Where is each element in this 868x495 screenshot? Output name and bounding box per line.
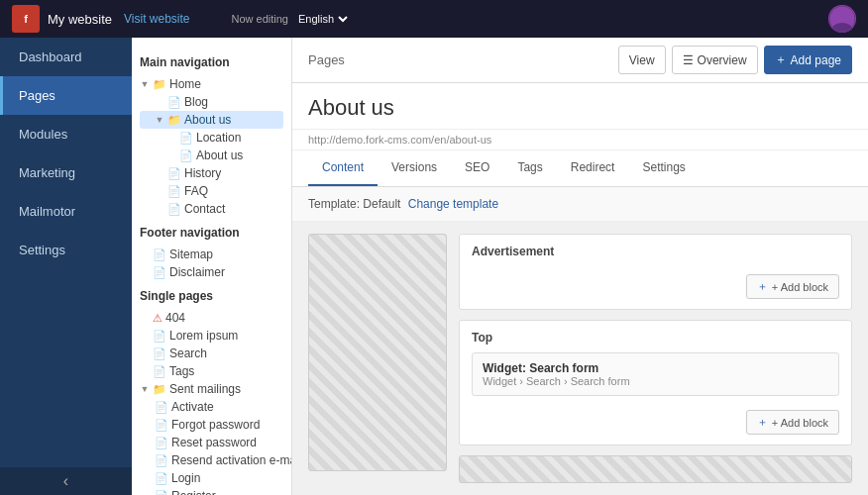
add-block-button-2[interactable]: ＋ + Add block xyxy=(746,410,839,435)
sidebar-item-marketing[interactable]: Marketing xyxy=(0,153,132,192)
folder-icon: 📁 xyxy=(153,78,166,91)
widget-path: Widget › Search › Search form xyxy=(483,375,828,387)
add-page-button[interactable]: ＋ Add page xyxy=(764,46,852,74)
page-icon: 📄 xyxy=(155,454,168,467)
tree-item-contact[interactable]: 📄 Contact xyxy=(140,200,283,218)
page-edit: http://demo.fork-cms.com/en/about-us Con… xyxy=(292,83,868,495)
tree-panel: Main navigation ▼ 📁 Home 📄 Blog ▼ 📁 Abou… xyxy=(132,38,292,495)
tree-label: About us xyxy=(196,148,243,162)
tree-label: History xyxy=(184,166,221,180)
tree-item-register[interactable]: 📄 Register xyxy=(140,487,283,495)
tree-item-location[interactable]: 📄 Location xyxy=(140,129,283,147)
sidebar-item-modules[interactable]: Modules xyxy=(0,115,132,153)
tree-item-forgot-password[interactable]: 📄 Forgot password xyxy=(140,416,283,434)
page-title-bar xyxy=(292,83,868,130)
view-button[interactable]: View xyxy=(618,46,666,74)
page-icon: 📄 xyxy=(155,437,168,449)
page-icon: 📄 xyxy=(179,132,193,145)
tab-settings[interactable]: Settings xyxy=(628,150,699,186)
add-block-button-1[interactable]: ＋ + Add block xyxy=(746,274,839,299)
tree-item-history[interactable]: 📄 History xyxy=(140,164,283,182)
tree-item-login[interactable]: 📄 Login xyxy=(140,469,283,487)
tree-item-disclaimer[interactable]: 📄 Disclaimer xyxy=(140,263,283,281)
tree-item-activate[interactable]: 📄 Activate xyxy=(140,398,283,416)
single-pages-title: Single pages xyxy=(140,289,283,303)
tree-item-tags[interactable]: 📄 Tags xyxy=(140,362,283,380)
tree-item-lorem-ipsum[interactable]: 📄 Lorem ipsum xyxy=(140,327,283,345)
topbar: f My website Visit website Now editing E… xyxy=(0,0,868,38)
page-icon: 📄 xyxy=(155,490,168,496)
visit-website-link[interactable]: Visit website xyxy=(124,12,189,26)
sidebar-item-dashboard[interactable]: Dashboard xyxy=(0,38,132,76)
content-area: Pages View ☰ Overview ＋ Add page http://… xyxy=(292,38,868,495)
tree-label: About us xyxy=(184,113,231,127)
footer-nav-title: Footer navigation xyxy=(140,226,283,240)
sidebar-item-settings[interactable]: Settings xyxy=(0,231,132,269)
left-column xyxy=(308,234,447,483)
tree-label: Resend activation e-mail xyxy=(171,453,292,467)
page-title-input[interactable] xyxy=(308,95,852,121)
tree-item-sitemap[interactable]: 📄 Sitemap xyxy=(140,246,283,263)
tree-label: 404 xyxy=(165,311,185,325)
tree-item-reset-password[interactable]: 📄 Reset password xyxy=(140,434,283,451)
nav-collapse-toggle[interactable]: ‹ xyxy=(0,467,132,495)
tree-item-blog[interactable]: 📄 Blog xyxy=(140,93,283,111)
bottom-placeholder xyxy=(459,455,852,483)
logo-icon: f xyxy=(12,5,40,33)
tree-label: Activate xyxy=(171,400,214,414)
tree-item-sent-mailings[interactable]: ▼ 📁 Sent mailings xyxy=(140,380,283,398)
page-icon: 📄 xyxy=(167,185,181,198)
advertisement-title: Advertisement xyxy=(472,245,839,258)
right-column: Advertisement ＋ + Add block Top Widget: xyxy=(459,234,852,483)
tree-label: Blog xyxy=(184,95,208,109)
site-name: My website xyxy=(48,12,112,27)
tree-label: Home xyxy=(169,77,201,91)
sidebar-item-pages[interactable]: Pages xyxy=(0,76,132,115)
tree-label: FAQ xyxy=(184,184,208,198)
change-template-link[interactable]: Change template xyxy=(408,197,498,211)
tree-expand-home[interactable]: ▼ xyxy=(140,79,150,89)
page-icon: 📄 xyxy=(167,96,181,109)
tab-tags[interactable]: Tags xyxy=(503,150,556,186)
main-nav-title: Main navigation xyxy=(140,55,283,69)
tree-item-about-us-child[interactable]: 📄 About us xyxy=(140,147,283,164)
page-icon: 📄 xyxy=(153,330,166,343)
widget-title: Widget: Search form xyxy=(483,361,828,375)
pages-header-label: Pages xyxy=(308,52,345,67)
tree-label: Lorem ipsum xyxy=(169,329,238,343)
folder-icon: 📁 xyxy=(153,383,166,396)
page-icon: 📄 xyxy=(167,203,181,216)
tree-label: Location xyxy=(196,131,241,145)
left-placeholder xyxy=(308,234,447,471)
tree-label: Register xyxy=(171,489,216,495)
tree-item-about-us[interactable]: ▼ 📁 About us xyxy=(140,111,283,129)
tree-label: Contact xyxy=(184,202,225,216)
tab-versions[interactable]: Versions xyxy=(378,150,451,186)
language-select[interactable]: English xyxy=(294,12,351,26)
tree-expand-mailings[interactable]: ▼ xyxy=(140,384,150,394)
header-buttons: View ☰ Overview ＋ Add page xyxy=(618,46,852,74)
tree-item-home[interactable]: ▼ 📁 Home xyxy=(140,75,283,93)
tree-item-faq[interactable]: 📄 FAQ xyxy=(140,182,283,200)
widget-block: Widget: Search form Widget › Search › Se… xyxy=(472,352,839,396)
tree-label: Sitemap xyxy=(169,248,213,261)
tabs-bar: Content Versions SEO Tags Redirect Setti… xyxy=(292,150,868,187)
tree-item-404[interactable]: ⚠ 404 xyxy=(140,309,283,327)
tree-expand-about[interactable]: ▼ xyxy=(155,115,164,125)
plus-icon: ＋ xyxy=(757,279,768,294)
avatar xyxy=(828,5,856,33)
tab-seo[interactable]: SEO xyxy=(451,150,503,186)
overview-button[interactable]: ☰ Overview xyxy=(672,46,758,74)
tab-content[interactable]: Content xyxy=(308,150,378,186)
tab-redirect[interactable]: Redirect xyxy=(557,150,629,186)
tree-item-resend-activation[interactable]: 📄 Resend activation e-mail xyxy=(140,451,283,469)
tree-item-search[interactable]: 📄 Search xyxy=(140,345,283,362)
page-icon: 📄 xyxy=(153,347,166,360)
svg-point-0 xyxy=(836,10,848,22)
page-url: http://demo.fork-cms.com/en/about-us xyxy=(292,130,868,150)
top-title: Top xyxy=(472,331,839,345)
sidebar-item-mailmotor[interactable]: Mailmotor xyxy=(0,192,132,231)
page-icon: 📄 xyxy=(155,419,168,432)
page-icon: 📄 xyxy=(153,365,166,378)
tree-label: Tags xyxy=(169,364,194,378)
